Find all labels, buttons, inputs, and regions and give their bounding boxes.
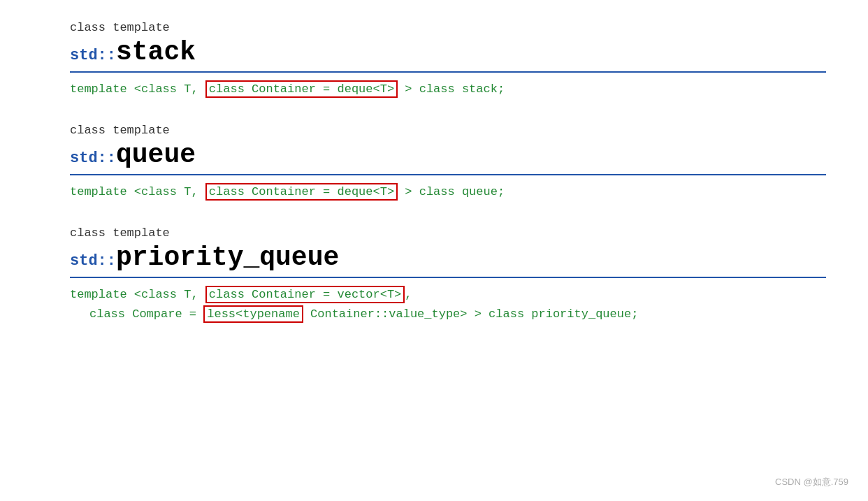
class-template-label: class template <box>70 21 826 34</box>
text-0-0: template <class T, <box>70 185 205 198</box>
text-0-0: template <class T, <box>70 288 205 301</box>
highlight-1-1: less<typename <box>203 305 303 323</box>
class-template-label: class template <box>70 124 826 137</box>
title-queue: std::queue <box>70 140 826 170</box>
text-1-0: class Compare = <box>89 307 203 321</box>
template-line-0: template <class T, class Container = vec… <box>70 285 826 304</box>
text-1-2: Container::value_type> > class priority_… <box>303 307 638 321</box>
indent-space <box>70 305 89 324</box>
template-line-1: class Compare = less<typename Container:… <box>70 305 826 324</box>
section-priority_queue: class templatestd::priority_queuetemplat… <box>70 226 826 323</box>
std-prefix: std:: <box>70 150 116 167</box>
divider <box>70 71 826 73</box>
template-line-0: template <class T, class Container = deq… <box>70 182 826 201</box>
title-stack: std::stack <box>70 37 826 67</box>
template-line-0: template <class T, class Container = deq… <box>70 80 826 99</box>
section-stack: class templatestd::stacktemplate <class … <box>70 21 826 99</box>
text-0-2: > class queue; <box>398 185 505 198</box>
text-0-2: > class stack; <box>398 82 505 96</box>
std-name: stack <box>116 37 196 67</box>
watermark: CSDN @如意.759 <box>775 476 848 488</box>
std-name: priority_queue <box>116 242 339 273</box>
class-template-label: class template <box>70 226 826 240</box>
text-0-0: template <class T, <box>70 82 205 96</box>
std-prefix: std:: <box>70 47 116 64</box>
highlight-0-1: class Container = deque<T> <box>205 183 398 201</box>
highlight-0-1: class Container = deque<T> <box>205 80 398 98</box>
divider <box>70 277 826 278</box>
title-priority_queue: std::priority_queue <box>70 242 826 273</box>
std-prefix: std:: <box>70 252 116 270</box>
section-queue: class templatestd::queuetemplate <class … <box>70 124 826 201</box>
highlight-0-1: class Container = vector<T> <box>205 286 405 303</box>
divider <box>70 174 826 175</box>
text-0-2: , <box>405 288 412 301</box>
std-name: queue <box>116 140 196 170</box>
